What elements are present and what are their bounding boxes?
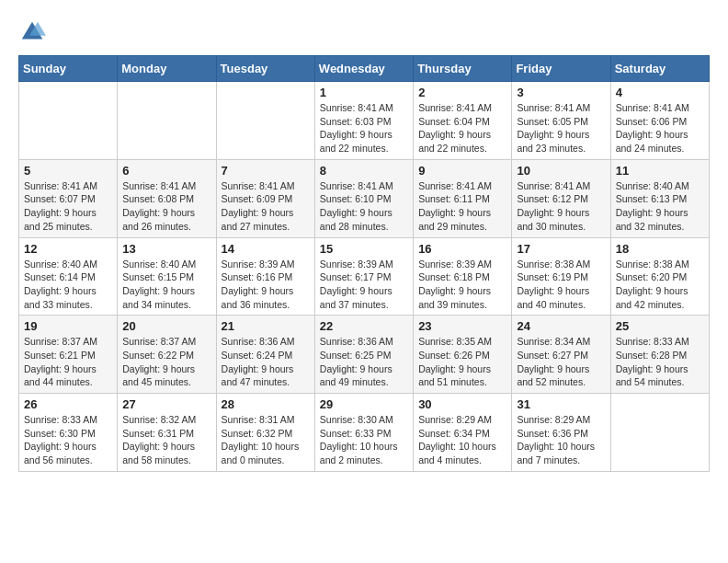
day-number: 20 bbox=[122, 319, 210, 333]
calendar-cell: 16Sunrise: 8:39 AM Sunset: 6:18 PM Dayli… bbox=[414, 237, 512, 316]
calendar-week-row: 26Sunrise: 8:33 AM Sunset: 6:30 PM Dayli… bbox=[19, 394, 710, 472]
calendar-cell: 22Sunrise: 8:36 AM Sunset: 6:25 PM Dayli… bbox=[314, 316, 413, 394]
day-info: Sunrise: 8:36 AM Sunset: 6:24 PM Dayligh… bbox=[222, 335, 310, 389]
day-info: Sunrise: 8:41 AM Sunset: 6:10 PM Dayligh… bbox=[320, 179, 408, 234]
day-info: Sunrise: 8:37 AM Sunset: 6:21 PM Dayligh… bbox=[24, 335, 112, 389]
day-number: 10 bbox=[517, 164, 605, 178]
calendar-cell bbox=[19, 82, 118, 160]
day-header-thursday: Thursday bbox=[414, 56, 512, 82]
calendar-cell: 27Sunrise: 8:32 AM Sunset: 6:31 PM Dayli… bbox=[118, 394, 216, 472]
calendar-cell: 11Sunrise: 8:40 AM Sunset: 6:13 PM Dayli… bbox=[610, 159, 709, 237]
calendar-table: SundayMondayTuesdayWednesdayThursdayFrid… bbox=[18, 55, 710, 472]
calendar-cell: 2Sunrise: 8:41 AM Sunset: 6:04 PM Daylig… bbox=[414, 82, 512, 160]
calendar-cell: 25Sunrise: 8:33 AM Sunset: 6:28 PM Dayli… bbox=[610, 316, 709, 394]
calendar-header-row: SundayMondayTuesdayWednesdayThursdayFrid… bbox=[19, 56, 710, 82]
day-header-friday: Friday bbox=[512, 56, 610, 82]
day-number: 9 bbox=[418, 164, 506, 178]
calendar-week-row: 12Sunrise: 8:40 AM Sunset: 6:14 PM Dayli… bbox=[19, 237, 710, 316]
day-number: 15 bbox=[320, 242, 408, 256]
calendar-cell: 10Sunrise: 8:41 AM Sunset: 6:12 PM Dayli… bbox=[512, 159, 610, 237]
calendar-cell: 29Sunrise: 8:30 AM Sunset: 6:33 PM Dayli… bbox=[314, 394, 413, 472]
day-number: 5 bbox=[24, 164, 112, 178]
day-info: Sunrise: 8:31 AM Sunset: 6:32 PM Dayligh… bbox=[222, 413, 310, 467]
day-info: Sunrise: 8:29 AM Sunset: 6:34 PM Dayligh… bbox=[418, 413, 506, 467]
day-header-tuesday: Tuesday bbox=[216, 56, 314, 82]
day-info: Sunrise: 8:41 AM Sunset: 6:09 PM Dayligh… bbox=[222, 179, 310, 234]
day-info: Sunrise: 8:33 AM Sunset: 6:28 PM Dayligh… bbox=[616, 335, 704, 389]
calendar-cell: 4Sunrise: 8:41 AM Sunset: 6:06 PM Daylig… bbox=[610, 82, 709, 160]
day-number: 2 bbox=[418, 86, 506, 99]
day-info: Sunrise: 8:40 AM Sunset: 6:15 PM Dayligh… bbox=[122, 258, 210, 312]
day-number: 12 bbox=[24, 242, 112, 256]
day-number: 24 bbox=[517, 319, 605, 333]
day-info: Sunrise: 8:30 AM Sunset: 6:33 PM Dayligh… bbox=[320, 413, 408, 467]
day-number: 22 bbox=[320, 319, 408, 333]
calendar-cell: 20Sunrise: 8:37 AM Sunset: 6:22 PM Dayli… bbox=[118, 316, 216, 394]
page-header bbox=[18, 18, 710, 46]
day-number: 30 bbox=[418, 397, 506, 411]
calendar-cell bbox=[216, 82, 314, 160]
day-number: 27 bbox=[122, 397, 210, 411]
day-header-sunday: Sunday bbox=[19, 56, 118, 82]
day-info: Sunrise: 8:33 AM Sunset: 6:30 PM Dayligh… bbox=[24, 413, 112, 467]
day-info: Sunrise: 8:39 AM Sunset: 6:18 PM Dayligh… bbox=[418, 258, 506, 312]
day-number: 18 bbox=[616, 242, 704, 256]
calendar-cell: 13Sunrise: 8:40 AM Sunset: 6:15 PM Dayli… bbox=[118, 237, 216, 316]
day-info: Sunrise: 8:39 AM Sunset: 6:16 PM Dayligh… bbox=[222, 258, 310, 312]
day-number: 17 bbox=[517, 242, 605, 256]
day-info: Sunrise: 8:35 AM Sunset: 6:26 PM Dayligh… bbox=[418, 335, 506, 389]
calendar-cell: 24Sunrise: 8:34 AM Sunset: 6:27 PM Dayli… bbox=[512, 316, 610, 394]
day-number: 11 bbox=[616, 164, 704, 178]
day-number: 26 bbox=[24, 397, 112, 411]
day-info: Sunrise: 8:38 AM Sunset: 6:19 PM Dayligh… bbox=[517, 258, 605, 312]
day-number: 31 bbox=[517, 397, 605, 411]
calendar-cell: 7Sunrise: 8:41 AM Sunset: 6:09 PM Daylig… bbox=[216, 159, 314, 237]
day-number: 29 bbox=[320, 397, 408, 411]
day-number: 14 bbox=[222, 242, 310, 256]
calendar-cell: 8Sunrise: 8:41 AM Sunset: 6:10 PM Daylig… bbox=[314, 159, 413, 237]
day-number: 3 bbox=[517, 86, 605, 99]
calendar-cell bbox=[118, 82, 216, 160]
calendar-cell: 30Sunrise: 8:29 AM Sunset: 6:34 PM Dayli… bbox=[414, 394, 512, 472]
day-number: 25 bbox=[616, 319, 704, 333]
calendar-week-row: 1Sunrise: 8:41 AM Sunset: 6:03 PM Daylig… bbox=[19, 82, 710, 160]
calendar-cell: 28Sunrise: 8:31 AM Sunset: 6:32 PM Dayli… bbox=[216, 394, 314, 472]
calendar-week-row: 5Sunrise: 8:41 AM Sunset: 6:07 PM Daylig… bbox=[19, 159, 710, 237]
day-info: Sunrise: 8:41 AM Sunset: 6:08 PM Dayligh… bbox=[122, 179, 210, 234]
day-number: 4 bbox=[616, 86, 704, 99]
day-info: Sunrise: 8:36 AM Sunset: 6:25 PM Dayligh… bbox=[320, 335, 408, 389]
calendar-cell: 12Sunrise: 8:40 AM Sunset: 6:14 PM Dayli… bbox=[19, 237, 118, 316]
calendar-cell: 23Sunrise: 8:35 AM Sunset: 6:26 PM Dayli… bbox=[414, 316, 512, 394]
day-info: Sunrise: 8:41 AM Sunset: 6:06 PM Dayligh… bbox=[616, 101, 704, 155]
day-info: Sunrise: 8:37 AM Sunset: 6:22 PM Dayligh… bbox=[122, 335, 210, 389]
day-header-wednesday: Wednesday bbox=[314, 56, 413, 82]
day-number: 1 bbox=[320, 86, 408, 99]
day-info: Sunrise: 8:39 AM Sunset: 6:17 PM Dayligh… bbox=[320, 258, 408, 312]
day-info: Sunrise: 8:40 AM Sunset: 6:13 PM Dayligh… bbox=[616, 179, 704, 234]
calendar-cell: 15Sunrise: 8:39 AM Sunset: 6:17 PM Dayli… bbox=[314, 237, 413, 316]
day-number: 7 bbox=[222, 164, 310, 178]
day-number: 8 bbox=[320, 164, 408, 178]
calendar-cell: 18Sunrise: 8:38 AM Sunset: 6:20 PM Dayli… bbox=[610, 237, 709, 316]
logo bbox=[18, 18, 50, 46]
calendar-cell: 5Sunrise: 8:41 AM Sunset: 6:07 PM Daylig… bbox=[19, 159, 118, 237]
day-info: Sunrise: 8:41 AM Sunset: 6:04 PM Dayligh… bbox=[418, 101, 506, 155]
day-info: Sunrise: 8:38 AM Sunset: 6:20 PM Dayligh… bbox=[616, 258, 704, 312]
day-header-monday: Monday bbox=[118, 56, 216, 82]
calendar-cell: 3Sunrise: 8:41 AM Sunset: 6:05 PM Daylig… bbox=[512, 82, 610, 160]
day-number: 6 bbox=[122, 164, 210, 178]
calendar-cell: 9Sunrise: 8:41 AM Sunset: 6:11 PM Daylig… bbox=[414, 159, 512, 237]
calendar-cell: 6Sunrise: 8:41 AM Sunset: 6:08 PM Daylig… bbox=[118, 159, 216, 237]
day-info: Sunrise: 8:41 AM Sunset: 6:11 PM Dayligh… bbox=[418, 179, 506, 234]
calendar-cell: 1Sunrise: 8:41 AM Sunset: 6:03 PM Daylig… bbox=[314, 82, 413, 160]
calendar-cell: 21Sunrise: 8:36 AM Sunset: 6:24 PM Dayli… bbox=[216, 316, 314, 394]
day-info: Sunrise: 8:41 AM Sunset: 6:07 PM Dayligh… bbox=[24, 179, 112, 234]
day-info: Sunrise: 8:29 AM Sunset: 6:36 PM Dayligh… bbox=[517, 413, 605, 467]
calendar-cell: 31Sunrise: 8:29 AM Sunset: 6:36 PM Dayli… bbox=[512, 394, 610, 472]
calendar-week-row: 19Sunrise: 8:37 AM Sunset: 6:21 PM Dayli… bbox=[19, 316, 710, 394]
day-number: 23 bbox=[418, 319, 506, 333]
day-number: 28 bbox=[222, 397, 310, 411]
day-header-saturday: Saturday bbox=[610, 56, 709, 82]
day-number: 19 bbox=[24, 319, 112, 333]
calendar-cell: 14Sunrise: 8:39 AM Sunset: 6:16 PM Dayli… bbox=[216, 237, 314, 316]
